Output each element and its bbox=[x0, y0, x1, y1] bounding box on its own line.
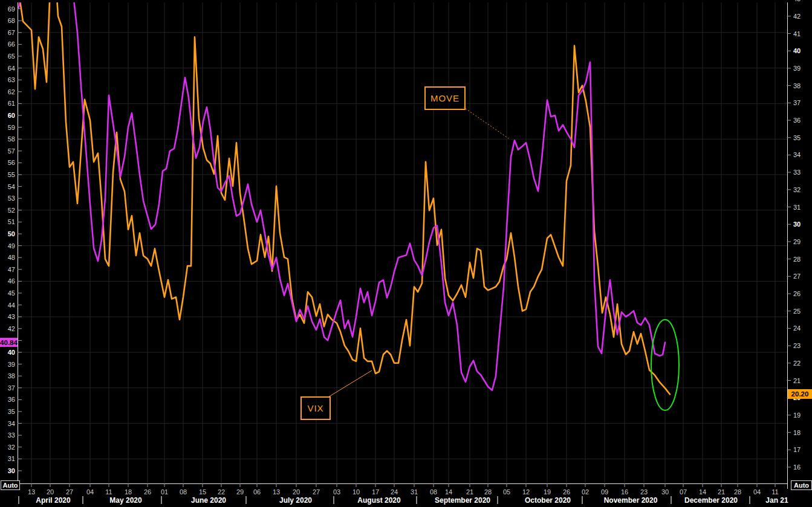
right-axis-tick-label: 29 bbox=[793, 238, 801, 245]
date-tick-label: 07 bbox=[680, 488, 687, 496]
left-axis-tick-label: 40 bbox=[8, 349, 15, 356]
right-axis-tick-label: 39 bbox=[793, 65, 801, 72]
left-axis-tick-label: 69 bbox=[8, 5, 15, 13]
date-tick-label: 28 bbox=[484, 488, 492, 496]
left-axis-tick-label: 68 bbox=[8, 17, 15, 24]
right-axis-tick-label: 18 bbox=[793, 429, 801, 436]
month-label: November 2020 bbox=[604, 496, 658, 505]
left-axis-tick-label: 57 bbox=[8, 147, 15, 155]
date-tick-label: 30 bbox=[661, 488, 669, 496]
date-tick-label: 24 bbox=[391, 488, 398, 496]
right-axis-tick-label: 37 bbox=[793, 99, 801, 106]
left-axis-tick-label: 59 bbox=[8, 124, 15, 131]
left-axis-tick-label: 60 bbox=[8, 112, 15, 119]
date-tick-label: 22 bbox=[218, 488, 225, 496]
left-axis-tick-label: 36 bbox=[8, 396, 15, 403]
month-label: May 2020 bbox=[109, 496, 142, 505]
right-axis-tick-label: 31 bbox=[793, 204, 801, 211]
left-axis-tick-label: 50 bbox=[8, 230, 15, 237]
date-tick-label: 21 bbox=[718, 488, 725, 496]
right-axis-tick-label: 41 bbox=[793, 30, 801, 37]
date-tick-label: 02 bbox=[582, 488, 589, 496]
right-axis-tick-label: 24 bbox=[793, 325, 801, 332]
left-axis-tick-label: 31 bbox=[8, 455, 15, 462]
date-tick-label: 19 bbox=[544, 488, 551, 496]
right-axis-tick-label: 28 bbox=[793, 256, 801, 263]
move-annotation-box[interactable]: MOVE bbox=[424, 86, 466, 110]
right-axis-auto-button[interactable]: Auto bbox=[791, 480, 812, 490]
date-tick-label: 17 bbox=[372, 488, 379, 496]
left-axis-tick-label: 48 bbox=[8, 254, 15, 261]
month-label: Jan 21 bbox=[765, 496, 788, 505]
date-tick-label: 09 bbox=[601, 488, 608, 496]
move-series-line bbox=[19, 0, 665, 390]
left-axis-tick-label: 56 bbox=[8, 159, 15, 166]
month-label: July 2020 bbox=[279, 496, 312, 505]
right-axis-tick-label: 23 bbox=[793, 342, 801, 349]
date-tick-label: 31 bbox=[411, 488, 418, 496]
right-axis-tick-label: 30 bbox=[793, 221, 801, 228]
right-axis-tick-label: 21 bbox=[793, 377, 801, 384]
date-tick-label: 04 bbox=[753, 488, 761, 496]
price-chart-canvas[interactable]: 3031323334353637383940414243444546474849… bbox=[0, 0, 812, 507]
right-axis-tick-label: 35 bbox=[793, 134, 801, 141]
month-label: October 2020 bbox=[525, 496, 571, 505]
month-label: September 2020 bbox=[435, 496, 490, 505]
date-tick-label: 04 bbox=[86, 488, 94, 496]
left-axis-tick-label: 55 bbox=[8, 171, 15, 178]
vix-annotation-label: VIX bbox=[307, 403, 323, 413]
right-axis-tick-label: 19 bbox=[793, 412, 801, 419]
left-axis-tick-label: 67 bbox=[8, 29, 15, 36]
left-axis-tick-label: 54 bbox=[8, 183, 15, 190]
left-axis-tick-label: 43 bbox=[8, 313, 15, 320]
left-axis-tick-label: 66 bbox=[8, 40, 15, 48]
date-tick-label: 20 bbox=[293, 488, 300, 496]
date-tick-label: 12 bbox=[522, 488, 530, 496]
date-tick-label: 14 bbox=[699, 488, 706, 496]
date-tick-label: 08 bbox=[180, 488, 187, 496]
move-last-price-tag: 40.84 bbox=[0, 338, 18, 347]
left-axis-tick-label: 62 bbox=[8, 88, 15, 95]
left-axis-tick-label: 45 bbox=[8, 289, 15, 297]
date-tick-label: 05 bbox=[503, 488, 510, 496]
right-axis-tick-label: 43 bbox=[793, 0, 801, 2]
left-axis-tick-label: 34 bbox=[8, 420, 15, 427]
date-tick-label: 16 bbox=[621, 488, 628, 496]
left-axis-tick-label: 30 bbox=[8, 467, 15, 474]
right-axis-tick-label: 32 bbox=[793, 186, 801, 193]
left-axis-tick-label: 58 bbox=[8, 135, 15, 143]
right-axis-tick-label: 22 bbox=[793, 360, 801, 367]
date-tick-label: 15 bbox=[199, 488, 206, 496]
date-tick-label: 29 bbox=[236, 488, 244, 496]
right-axis-tick-label: 38 bbox=[793, 82, 801, 89]
date-tick-label: 03 bbox=[333, 488, 340, 496]
date-tick-label: 11 bbox=[105, 488, 112, 496]
chart-window: 3031323334353637383940414243444546474849… bbox=[0, 0, 812, 507]
date-tick-label: 26 bbox=[144, 488, 151, 496]
left-axis-tick-label: 39 bbox=[8, 361, 15, 368]
right-axis-tick-label: 16 bbox=[793, 463, 801, 471]
left-axis-auto-button[interactable]: Auto bbox=[1, 480, 20, 490]
left-axis-tick-label: 64 bbox=[8, 65, 15, 72]
left-axis-tick-label: 37 bbox=[8, 384, 15, 392]
left-axis-tick-label: 44 bbox=[8, 302, 15, 309]
date-tick-label: 08 bbox=[430, 488, 437, 496]
right-axis-tick-label: 17 bbox=[793, 446, 801, 453]
right-axis-tick-label: 36 bbox=[793, 117, 801, 124]
left-axis-tick-label: 35 bbox=[8, 408, 15, 415]
month-label: December 2020 bbox=[684, 496, 738, 505]
date-tick-label: 27 bbox=[66, 488, 73, 496]
date-tick-label: 26 bbox=[563, 488, 570, 496]
vix-annotation-box[interactable]: VIX bbox=[300, 396, 331, 420]
right-axis-tick-label: 42 bbox=[793, 13, 801, 20]
left-axis-tick-label: 51 bbox=[8, 218, 15, 225]
month-label: August 2020 bbox=[357, 496, 401, 505]
vix-series-line bbox=[19, 0, 670, 394]
date-tick-label: 18 bbox=[125, 488, 132, 496]
date-tick-label: 20 bbox=[47, 488, 54, 496]
left-axis-tick-label: 47 bbox=[8, 266, 15, 273]
left-axis-tick-label: 65 bbox=[8, 53, 15, 60]
date-tick-label: 06 bbox=[253, 488, 261, 496]
left-axis-tick-label: 63 bbox=[8, 76, 15, 83]
right-axis-tick-label: 40 bbox=[793, 47, 801, 54]
